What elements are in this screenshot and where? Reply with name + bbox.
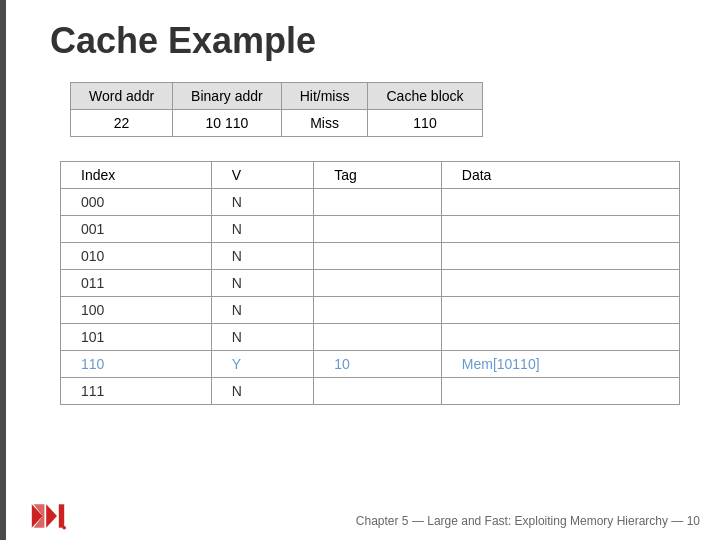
logo: [30, 502, 66, 530]
table-row: 110Y10Mem[10110]: [61, 351, 680, 378]
cache-table: IndexVTagData 000N001N010N011N100N101N11…: [60, 161, 680, 405]
cache-header-cell: Index: [61, 162, 212, 189]
table-row: 100N: [61, 297, 680, 324]
left-border: [0, 0, 6, 540]
cache-cell-v: N: [211, 216, 313, 243]
summary-data-cell: Miss: [281, 110, 368, 137]
summary-data-cell: 22: [71, 110, 173, 137]
summary-header-cell: Cache block: [368, 83, 482, 110]
cache-cell-data: [441, 216, 679, 243]
cache-cell-tag: [314, 270, 441, 297]
summary-data-cell: 10 110: [173, 110, 282, 137]
summary-data-cell: 110: [368, 110, 482, 137]
cache-cell-tag: [314, 189, 441, 216]
cache-cell-v: N: [211, 297, 313, 324]
summary-header-cell: Hit/miss: [281, 83, 368, 110]
cache-cell-v: N: [211, 189, 313, 216]
cache-cell-tag: 10: [314, 351, 441, 378]
main-content: Cache Example Word addrBinary addrHit/mi…: [20, 0, 720, 540]
cache-cell-data: [441, 270, 679, 297]
table-row: 101N: [61, 324, 680, 351]
summary-header-cell: Binary addr: [173, 83, 282, 110]
cache-cell-data: [441, 378, 679, 405]
cache-cell-index: 100: [61, 297, 212, 324]
table-row: 011N: [61, 270, 680, 297]
cache-cell-v: N: [211, 270, 313, 297]
cache-cell-index: 101: [61, 324, 212, 351]
table-row: 000N: [61, 189, 680, 216]
cache-cell-data: Mem[10110]: [441, 351, 679, 378]
table-row: 111N: [61, 378, 680, 405]
svg-point-4: [62, 526, 66, 530]
cache-cell-index: 000: [61, 189, 212, 216]
cache-cell-v: N: [211, 324, 313, 351]
cache-cell-tag: [314, 243, 441, 270]
svg-marker-2: [46, 504, 57, 527]
svg-marker-3: [59, 504, 64, 527]
cache-cell-tag: [314, 324, 441, 351]
cache-cell-index: 011: [61, 270, 212, 297]
cache-header-cell: Tag: [314, 162, 441, 189]
cache-cell-data: [441, 297, 679, 324]
table-row: 001N: [61, 216, 680, 243]
cache-cell-tag: [314, 216, 441, 243]
cache-cell-index: 111: [61, 378, 212, 405]
cache-cell-index: 010: [61, 243, 212, 270]
cache-cell-data: [441, 189, 679, 216]
cache-cell-index: 001: [61, 216, 212, 243]
cache-cell-v: N: [211, 243, 313, 270]
cache-cell-data: [441, 243, 679, 270]
summary-header-cell: Word addr: [71, 83, 173, 110]
cache-cell-tag: [314, 378, 441, 405]
page-title: Cache Example: [50, 20, 690, 62]
cache-cell-v: Y: [211, 351, 313, 378]
cache-cell-data: [441, 324, 679, 351]
cache-cell-index: 110: [61, 351, 212, 378]
summary-table: Word addrBinary addrHit/missCache block …: [70, 82, 483, 137]
footer-text: Chapter 5 — Large and Fast: Exploiting M…: [356, 514, 700, 528]
cache-cell-tag: [314, 297, 441, 324]
cache-header-cell: V: [211, 162, 313, 189]
cache-cell-v: N: [211, 378, 313, 405]
table-row: 010N: [61, 243, 680, 270]
cache-header-cell: Data: [441, 162, 679, 189]
